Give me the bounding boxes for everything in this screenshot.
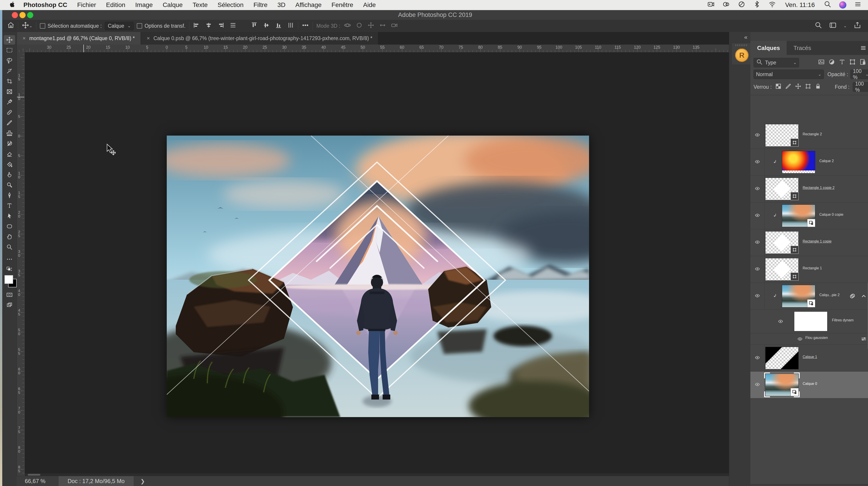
align-center-v-icon[interactable] (263, 22, 270, 30)
paint-bucket-tool[interactable] (4, 159, 15, 169)
align-center-h-icon[interactable] (205, 22, 212, 30)
filter-visibility-toggle[interactable] (796, 336, 804, 342)
close-tab-icon[interactable]: × (23, 35, 26, 41)
menubar-item-sélection[interactable]: Sélection (218, 1, 244, 8)
transform-controls-checkbox[interactable] (137, 23, 142, 29)
eye-icon[interactable] (754, 239, 761, 246)
layer-name[interactable]: Calque 2 (819, 159, 834, 163)
menubar-item-3d[interactable]: 3D (277, 1, 285, 8)
layer-name[interactable]: Rectangle 2 (803, 132, 822, 136)
layer-row[interactable]: Calque 0 (750, 371, 868, 398)
extension-badge[interactable]: R (735, 48, 749, 62)
align-left-icon[interactable] (193, 22, 200, 30)
move-tool-icon[interactable] (22, 22, 29, 30)
layer-name[interactable]: Rectangle 1 copie (803, 239, 832, 244)
layer-name[interactable]: Rectangle 1 copie 2 (803, 186, 834, 190)
layer-row[interactable]: Rectangle 2 (750, 122, 868, 149)
distribute-h-icon[interactable] (229, 22, 237, 30)
menubar-item-fichier[interactable]: Fichier (77, 1, 96, 8)
layer-row[interactable]: Flou gaussien (750, 333, 868, 345)
ruler-vertical[interactable]: 151050510152025303540455055606570758085 (17, 52, 25, 483)
wifi-icon[interactable] (768, 0, 776, 10)
type-filter-icon[interactable] (839, 59, 845, 67)
eye-icon[interactable] (754, 213, 761, 219)
layer-row[interactable]: Rectangle 1 copie (750, 229, 868, 256)
layer-name[interactable]: Calque 0 (803, 382, 817, 386)
move-tool[interactable] (4, 35, 15, 44)
magic-wand-tool[interactable] (4, 66, 15, 76)
eraser-tool[interactable] (4, 149, 15, 159)
eye-icon[interactable] (754, 293, 761, 299)
layer-name[interactable]: Filtres dynam (832, 318, 854, 322)
lock-transparent-icon[interactable] (775, 83, 782, 91)
layer-thumbnail[interactable] (782, 151, 815, 173)
filter-settings-icon[interactable] (860, 335, 867, 342)
menubar-item-filtre[interactable]: Filtre (253, 1, 268, 8)
canvas-area[interactable] (25, 52, 729, 476)
layer-row[interactable]: Rectangle 1 copie 2 (750, 176, 868, 202)
screen-mode-icon[interactable] (4, 300, 15, 310)
bluetooth-icon[interactable] (753, 0, 761, 10)
smartobject-filter-icon[interactable] (860, 59, 866, 67)
layer-visibility-cell[interactable] (750, 229, 765, 256)
eye-icon[interactable] (754, 266, 761, 272)
layer-visibility-cell[interactable] (750, 371, 765, 398)
control-center-icon[interactable] (854, 0, 862, 10)
menubar-item-texte[interactable]: Texte (193, 1, 208, 8)
layer-visibility-toggle[interactable] (777, 319, 784, 325)
layer-thumbnail[interactable] (782, 204, 815, 227)
eye-icon[interactable] (754, 132, 761, 138)
auto-select-dropdown[interactable]: Calque⌄ (105, 22, 134, 30)
siri-icon[interactable] (839, 1, 846, 8)
type-tool[interactable] (4, 201, 15, 210)
menubar-item-edition[interactable]: Edition (106, 1, 125, 8)
fill-field[interactable]: 100 %⌄ (853, 82, 868, 92)
layer-name[interactable]: Rectangle 1 (803, 266, 822, 270)
history-brush-tool[interactable] (4, 139, 15, 148)
search-icon[interactable] (815, 22, 822, 30)
menubar-item-affichage[interactable]: Affichage (296, 1, 321, 8)
panel-menu-icon[interactable] (860, 44, 867, 52)
layer-thumbnail[interactable] (765, 347, 799, 369)
chevron-down-icon[interactable]: ⌄ (29, 24, 32, 28)
layer-thumbnail[interactable] (765, 258, 799, 281)
smudge-tool[interactable] (4, 170, 15, 179)
blend-mode-dropdown[interactable]: Normal⌄ (753, 70, 824, 79)
layer-row[interactable]: Filtres dynam (750, 310, 868, 333)
layer-name[interactable]: Calque 1 (803, 355, 817, 359)
shape-filter-icon[interactable] (849, 59, 856, 67)
quick-mask-icon[interactable] (4, 290, 15, 299)
eye-icon[interactable] (754, 186, 761, 192)
layer-thumbnail[interactable] (765, 178, 799, 200)
align-right-icon[interactable] (217, 22, 224, 30)
layer-thumbnail[interactable] (782, 285, 815, 307)
layer-filter-search[interactable]: Type ⌄ (753, 58, 799, 67)
close-tab-icon[interactable]: × (147, 35, 150, 41)
adjustment-filter-icon[interactable] (828, 59, 835, 67)
layer-visibility-cell[interactable] (750, 202, 765, 229)
shape-tool[interactable] (4, 222, 15, 231)
status-chevron-icon[interactable]: ❯ (141, 478, 145, 484)
ruler-horizontal[interactable]: 3025201510505101520253035404550556065707… (17, 44, 729, 53)
panel-tab-calques[interactable]: Calques (750, 41, 787, 55)
layer-row[interactable]: Calque 0 copie (750, 202, 868, 229)
layer-row[interactable]: Rectangle 1 (750, 256, 868, 283)
lock-paint-icon[interactable] (785, 83, 792, 91)
document-tab-1[interactable]: ×montagne1.psd @ 66,7% (Calque 0, RVB/8)… (17, 32, 141, 44)
layer-visibility-cell[interactable] (750, 345, 765, 371)
menubar-item-fenêtre[interactable]: Fenêtre (332, 1, 353, 8)
layer-visibility-cell[interactable] (750, 122, 765, 149)
layer-row[interactable]: Calque 2 (750, 149, 868, 176)
ellipsis-icon[interactable] (302, 22, 309, 30)
frame-tool[interactable] (4, 87, 15, 96)
foreground-color-swatch[interactable] (4, 275, 13, 284)
double-circle-icon[interactable] (849, 293, 856, 300)
dodge-tool[interactable] (4, 180, 15, 190)
panel-tab-tracés[interactable]: Tracés (787, 41, 818, 55)
collapse-panels-icon[interactable]: « (744, 34, 747, 41)
brush-tool[interactable] (4, 118, 15, 127)
clone-stamp-tool[interactable] (4, 128, 15, 138)
layer-visibility-cell[interactable] (750, 176, 765, 202)
smart-filter-name[interactable]: Flou gaussien (805, 336, 828, 340)
menubar-app-name[interactable]: Photoshop CC (24, 1, 67, 8)
